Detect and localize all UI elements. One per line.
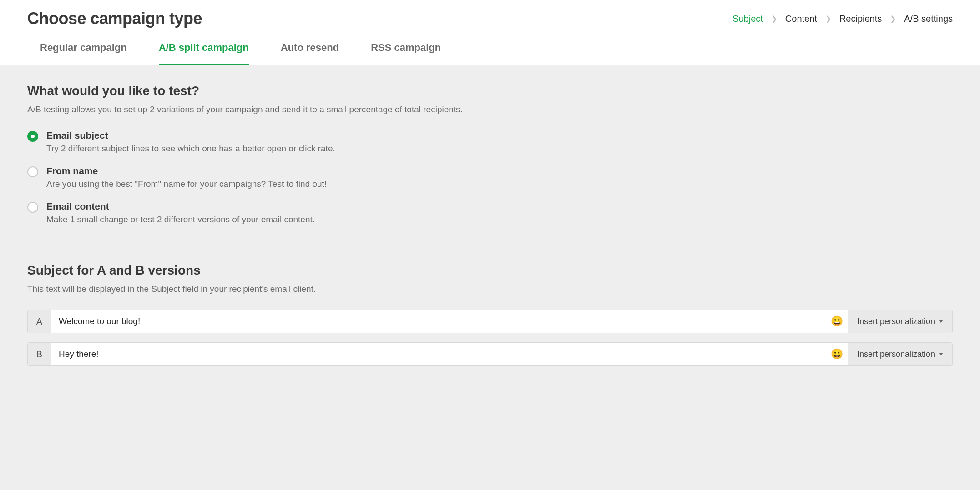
breadcrumb-ab-settings[interactable]: A/B settings [904,14,953,24]
option-desc: Try 2 different subject lines to see whi… [46,144,335,154]
radio-button[interactable] [27,166,38,177]
option-from-name[interactable]: From name Are you using the best "From" … [27,165,953,189]
subject-input-b[interactable] [51,343,827,365]
breadcrumb: Subject ❯ Content ❯ Recipients ❯ A/B set… [732,14,953,24]
subject-input-row-a: A 😀 Insert personalization [27,310,953,333]
breadcrumb-content[interactable]: Content [785,14,817,24]
option-desc: Are you using the best "From" name for y… [46,179,327,189]
chevron-right-icon: ❯ [890,15,896,23]
tab-regular-campaign[interactable]: Regular campaign [40,42,127,65]
insert-personalization-button[interactable]: Insert personalization [848,343,952,365]
section-divider [27,243,953,243]
option-email-content[interactable]: Email content Make 1 small change or tes… [27,201,953,225]
campaign-type-tabs: Regular campaign A/B split campaign Auto… [27,42,953,65]
test-section-title: What would you like to test? [27,84,953,98]
tab-ab-split-campaign[interactable]: A/B split campaign [159,42,249,65]
option-label: Email subject [46,130,335,141]
breadcrumb-subject[interactable]: Subject [732,14,763,24]
version-badge-b: B [28,343,51,365]
option-desc: Make 1 small change or test 2 different … [46,215,315,225]
chevron-right-icon: ❯ [825,15,831,23]
subject-input-row-b: B 😀 Insert personalization [27,342,953,366]
main-content: What would you like to test? A/B testing… [0,65,980,393]
chevron-right-icon: ❯ [771,15,777,23]
page-title: Choose campaign type [27,9,202,28]
breadcrumb-recipients[interactable]: Recipients [839,14,882,24]
insert-personalization-button[interactable]: Insert personalization [848,310,952,333]
version-badge-a: A [28,310,51,333]
subject-section-desc: This text will be displayed in the Subje… [27,284,953,294]
test-section-desc: A/B testing allows you to set up 2 varia… [27,105,953,115]
option-label: From name [46,165,327,176]
header: Choose campaign type Subject ❯ Content ❯… [0,0,980,65]
emoji-icon[interactable]: 😀 [827,343,848,365]
chevron-down-icon [939,353,943,355]
test-options: Email subject Try 2 different subject li… [27,130,953,225]
emoji-icon[interactable]: 😀 [827,310,848,333]
option-label: Email content [46,201,315,212]
subject-section-title: Subject for A and B versions [27,263,953,278]
chevron-down-icon [939,320,943,323]
personalization-label: Insert personalization [857,317,935,326]
subject-input-a[interactable] [51,310,827,333]
radio-button[interactable] [27,202,38,213]
personalization-label: Insert personalization [857,350,935,359]
radio-button[interactable] [27,131,38,142]
tab-rss-campaign[interactable]: RSS campaign [371,42,441,65]
tab-auto-resend[interactable]: Auto resend [281,42,339,65]
option-email-subject[interactable]: Email subject Try 2 different subject li… [27,130,953,154]
